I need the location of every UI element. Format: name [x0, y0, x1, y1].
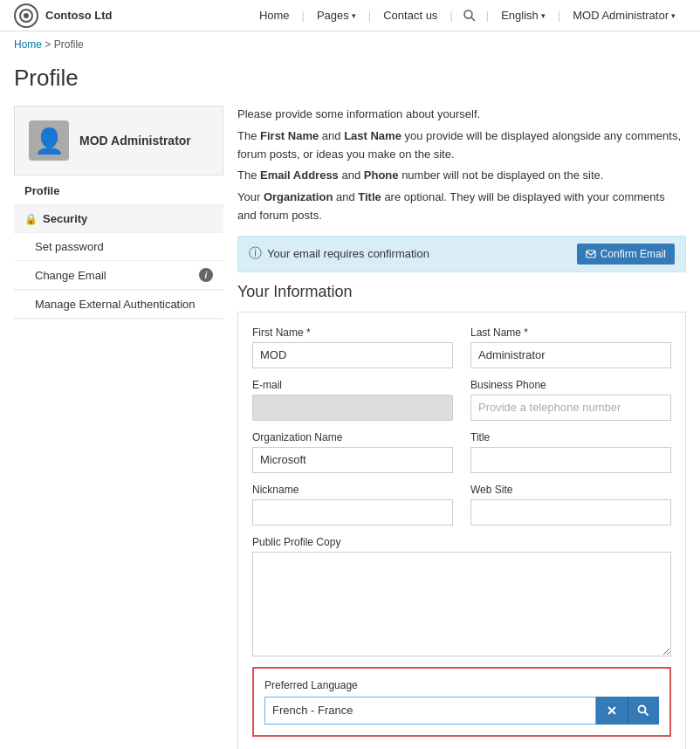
form-group-email: E-mail [252, 379, 453, 421]
public-profile-label: Public Profile Copy [252, 536, 671, 548]
last-name-label: Last Name * [470, 326, 671, 339]
confirm-email-button[interactable]: Confirm Email [577, 244, 675, 265]
chevron-down-icon-user: ▾ [671, 11, 676, 20]
email-confirm-banner: ⓘ Your email requires confirmation Confi… [237, 236, 686, 272]
form-group-business-phone: Business Phone [470, 379, 671, 421]
nav-language-dropdown[interactable]: English ▾ [491, 0, 556, 31]
form-group-first-name: First Name * [252, 326, 453, 368]
sidebar: 👤 MOD Administrator Profile 🔒 Security S… [14, 106, 223, 749]
language-clear-button[interactable] [596, 697, 628, 725]
title-input[interactable] [470, 447, 671, 473]
sidebar-username: MOD Administrator [79, 134, 191, 148]
language-search-button[interactable] [628, 697, 659, 725]
nav-home[interactable]: Home [249, 0, 300, 31]
intro-line-4: Your Organization and Title are optional… [237, 189, 686, 225]
nav-sep-2: | [368, 9, 371, 22]
main-layout: 👤 MOD Administrator Profile 🔒 Security S… [0, 106, 700, 749]
breadcrumb-current: Profile [54, 38, 84, 51]
form-group-last-name: Last Name * [470, 326, 671, 368]
email-label: E-mail [252, 379, 453, 391]
lang-input-row [264, 697, 659, 725]
form-group-org-name: Organization Name [252, 431, 453, 473]
intro-line-1: Please provide some information about yo… [237, 106, 686, 124]
user-label: MOD Administrator [573, 9, 669, 22]
svg-line-3 [471, 17, 475, 21]
svg-point-7 [639, 705, 646, 712]
sidebar-security-label: Security [43, 212, 87, 225]
sidebar-item-set-password[interactable]: Set password [14, 233, 223, 261]
public-profile-textarea[interactable] [252, 552, 671, 656]
form-group-public-profile: Public Profile Copy [252, 536, 671, 656]
intro-line-2: The First Name and Last Name you provide… [237, 127, 686, 164]
form-row-nickname-website: Nickname Web Site [252, 484, 671, 526]
avatar: 👤 [29, 120, 69, 161]
page-title: Profile [0, 58, 700, 106]
site-name: Contoso Ltd [45, 9, 113, 22]
breadcrumb: Home > Profile [0, 31, 700, 58]
form-group-nickname: Nickname [252, 484, 453, 526]
business-phone-input[interactable] [470, 395, 671, 421]
nickname-label: Nickname [252, 484, 453, 496]
form-group-website: Web Site [470, 484, 671, 526]
sidebar-item-profile[interactable]: Profile [14, 177, 223, 205]
sidebar-change-email-item[interactable]: Change Email i [14, 261, 223, 290]
svg-point-1 [24, 13, 29, 18]
chevron-down-icon-lang: ▾ [541, 11, 546, 20]
nav-pages-dropdown[interactable]: Pages ▾ [306, 0, 367, 31]
nav-links: Home | Pages ▾ | Contact us | | English … [249, 0, 686, 31]
nav-pages-label: Pages [317, 9, 349, 22]
sidebar-manage-auth-item[interactable]: Manage External Authentication [14, 291, 223, 319]
preferred-language-section: Preferred Language [252, 667, 671, 737]
sidebar-avatar-section: 👤 MOD Administrator [14, 106, 223, 175]
sidebar-security-section: 🔒 Security [14, 205, 223, 233]
sidebar-set-password-link[interactable]: Set password [14, 233, 223, 260]
form-row-org-title: Organization Name Title [252, 431, 671, 473]
nickname-input[interactable] [252, 499, 453, 526]
site-logo: Contoso Ltd [14, 3, 113, 28]
sidebar-security-header: 🔒 Security [14, 205, 223, 232]
sidebar-change-email-label: Change Email [35, 269, 106, 282]
nav-sep-1: | [302, 9, 305, 22]
breadcrumb-home[interactable]: Home [14, 38, 42, 51]
org-name-input[interactable] [252, 447, 453, 473]
svg-rect-4 [587, 251, 595, 258]
sidebar-item-manage-external-auth[interactable]: Manage External Authentication [14, 291, 223, 320]
top-navigation: Contoso Ltd Home | Pages ▾ | Contact us … [0, 0, 700, 31]
search-icon[interactable] [455, 0, 484, 31]
email-input-blurred[interactable] [252, 395, 453, 421]
title-label: Title [470, 431, 671, 443]
business-phone-label: Business Phone [470, 379, 671, 391]
sidebar-manage-auth-label: Manage External Authentication [35, 298, 196, 311]
banner-text: ⓘ Your email requires confirmation [249, 245, 429, 262]
preferred-language-input[interactable] [264, 697, 596, 725]
svg-line-8 [645, 711, 649, 715]
sidebar-menu: Profile 🔒 Security Set password Change E… [14, 177, 223, 320]
nav-sep-3: | [450, 9, 452, 22]
language-label: English [501, 9, 539, 22]
first-name-label: First Name * [252, 326, 453, 339]
nav-sep-4: | [486, 9, 489, 22]
user-icon: 👤 [34, 127, 65, 155]
svg-point-2 [464, 10, 472, 18]
sidebar-profile-link[interactable]: Profile [14, 177, 223, 204]
last-name-input[interactable] [470, 342, 671, 368]
breadcrumb-separator: > [45, 38, 51, 51]
banner-message: Your email requires confirmation [267, 247, 429, 260]
first-name-input[interactable] [252, 342, 453, 368]
org-name-label: Organization Name [252, 431, 453, 443]
profile-form: First Name * Last Name * E-mail Business… [237, 312, 686, 749]
nav-contact[interactable]: Contact us [373, 0, 448, 31]
content-area: Please provide some information about yo… [237, 106, 686, 749]
info-icon: i [199, 268, 213, 282]
form-row-email-phone: E-mail Business Phone [252, 379, 671, 421]
website-input[interactable] [470, 499, 671, 526]
nav-sep-5: | [558, 9, 560, 22]
confirm-email-btn-label: Confirm Email [600, 248, 666, 260]
info-circle-icon: ⓘ [249, 245, 262, 262]
sidebar-item-change-email[interactable]: Change Email i [14, 261, 223, 291]
form-row-name: First Name * Last Name * [252, 326, 671, 368]
nav-user-dropdown[interactable]: MOD Administrator ▾ [562, 0, 686, 31]
form-group-title: Title [470, 431, 671, 473]
chevron-down-icon: ▾ [352, 11, 356, 20]
your-information-title: Your Information [237, 283, 686, 301]
